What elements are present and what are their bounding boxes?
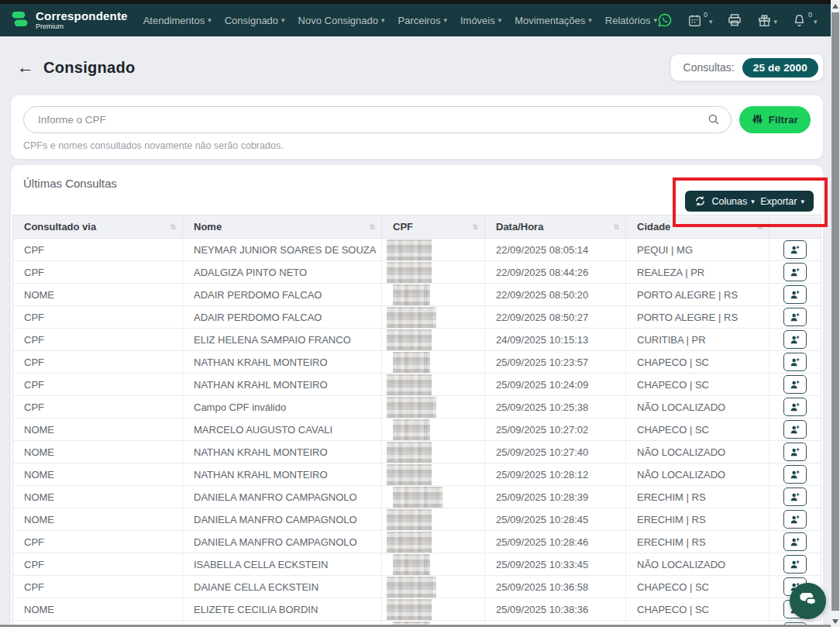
column-header-consultado-via[interactable]: Consultado via⇅ [13, 215, 183, 238]
columns-button[interactable]: Colunas▾ [710, 196, 756, 207]
redacted-cpf-blur [393, 419, 430, 440]
table-row: CPFNATHAN KRAHL MONTEIRO25/09/2025 10:24… [13, 373, 821, 395]
printer-icon[interactable] [727, 12, 742, 28]
column-header-data-hora[interactable]: Data/Hora⇅ [485, 215, 626, 238]
brand-logo[interactable]: Correspondente Premium [11, 10, 128, 31]
redacted-cpf-blur [393, 352, 430, 373]
add-person-button[interactable] [783, 532, 807, 551]
cell-cidade: NÃO LOCALIZADO [626, 463, 769, 485]
add-person-button[interactable] [783, 375, 807, 394]
add-person-button[interactable] [783, 308, 807, 326]
add-person-button[interactable] [783, 285, 807, 304]
table-row: CPFNEYMAR JUNIOR SOARES DE SOUZA22/09/20… [13, 238, 821, 260]
add-person-button[interactable] [783, 263, 807, 281]
back-button[interactable]: ← [17, 59, 34, 76]
cpf-search-input[interactable] [23, 106, 732, 133]
scrollbar[interactable] [831, 0, 840, 627]
redacted-cpf-blur [387, 262, 432, 283]
cell-cidade: NÃO LOCALIZADO [626, 553, 769, 575]
search-card: Filtrar CPFs e nomes consultados novamen… [11, 95, 823, 159]
cell-consultado-via: CPF [13, 396, 183, 418]
cell-consultado-via: CPF [13, 531, 183, 553]
chevron-down-icon: ▾ [281, 16, 285, 24]
cell-cidade: ERECHIM | RS [626, 531, 769, 553]
menu-item-relatorios[interactable]: Relatórios▾ [605, 15, 657, 26]
calendar-icon[interactable]: 0▾ [687, 13, 713, 28]
column-header-nome[interactable]: Nome⇅ [183, 215, 382, 238]
redacted-cpf-blur [393, 554, 430, 575]
chat-button[interactable] [790, 583, 826, 619]
cell-consultado-via: CPF [13, 306, 183, 328]
sort-icon: ⇅ [472, 223, 478, 231]
menu-item-parceiros[interactable]: Parceiros▾ [398, 15, 447, 26]
cell-data-hora: 22/09/2025 08:50:20 [485, 284, 626, 305]
sort-icon: ⇅ [756, 223, 763, 231]
cell-nome: ISABELLA CELLA ECKSTEIN [183, 553, 382, 575]
add-person-button[interactable] [783, 330, 807, 349]
cell-consultado-via: CPF [13, 576, 183, 598]
cell-data-hora: 22/09/2025 08:50:27 [485, 306, 626, 328]
add-person-button[interactable] [783, 420, 807, 439]
sort-icon: ⇅ [369, 223, 375, 231]
cell-cpf [382, 351, 485, 373]
scroll-up-arrow[interactable] [832, 4, 838, 9]
cell-nome: ELIZETE CECILIA BORDIN [183, 598, 382, 620]
brand-subtitle: Premium [36, 23, 128, 30]
cell-cpf [382, 239, 485, 260]
consultas-table: Consultado via⇅ Nome⇅ CPF⇅ Data/Hora⇅ Ci… [12, 215, 821, 627]
sliders-icon [752, 113, 763, 127]
cell-data-hora: 25/09/2025 10:27:02 [485, 419, 626, 440]
add-person-button[interactable] [783, 443, 807, 461]
whatsapp-icon[interactable] [657, 12, 673, 28]
menu-item-atendimentos[interactable]: Atendimentos▾ [143, 15, 212, 26]
cell-consultado-via: NOME [13, 284, 183, 305]
cell-consultado-via: CPF [13, 553, 183, 575]
table-row: CPFADALGIZA PINTO NETO22/09/2025 08:44:2… [13, 260, 821, 283]
cell-nome: DAIANE CELLA ECKSTEIN [183, 576, 382, 598]
export-button[interactable]: Exportar▾ [759, 196, 806, 207]
search-icon[interactable] [707, 112, 721, 129]
gift-icon[interactable]: ▾ [757, 13, 777, 28]
add-person-button[interactable] [783, 353, 807, 371]
cell-cidade: PORTO ALEGRE | RS [626, 306, 769, 328]
chevron-down-icon: ▾ [751, 198, 755, 205]
cell-cpf [382, 306, 485, 328]
bell-icon[interactable]: 0▾ [792, 13, 818, 28]
cell-nome: NEYMAR JUNIOR SOARES DE SOUZA [183, 239, 382, 260]
table-card: Últimas Consultas Colunas▾ Exportar▾ Con… [11, 165, 823, 627]
cell-cidade: NÃO LOCALIZADO [626, 441, 769, 463]
column-header-cpf[interactable]: CPF⇅ [382, 215, 485, 238]
scroll-down-arrow[interactable] [832, 619, 838, 624]
add-person-button[interactable] [783, 487, 807, 506]
add-person-button[interactable] [783, 555, 807, 574]
menu-item-consignado[interactable]: Consignado▾ [225, 15, 285, 26]
cell-data-hora: 24/09/2025 10:15:13 [485, 329, 626, 350]
cell-nome: DANIELA MANFRO CAMPAGNOLO [183, 531, 382, 553]
cell-cidade: CURITIBA | PR [626, 329, 769, 350]
cell-data-hora: 25/09/2025 10:33:45 [485, 553, 626, 575]
table-actions: Colunas▾ Exportar▾ [685, 191, 814, 212]
menu-item-movimentacoes[interactable]: Movimentações▾ [515, 15, 592, 26]
cell-cpf [382, 329, 485, 350]
table-row: CPFDAIANE CELLA ECKSTEIN25/09/2025 10:36… [13, 575, 821, 598]
cell-cidade: CHAPECO | SC [626, 598, 769, 620]
cell-consultado-via: NOME [13, 463, 183, 485]
refresh-button[interactable] [693, 195, 707, 207]
add-person-button[interactable] [783, 465, 807, 484]
cell-cidade: ERECHIM | RS [626, 508, 769, 530]
cell-cidade: PEQUI | MG [626, 239, 769, 260]
add-person-button[interactable] [783, 510, 807, 529]
consultas-label: Consultas: [683, 61, 735, 74]
scrollbar-thumb[interactable] [831, 12, 839, 611]
add-person-button[interactable] [783, 240, 807, 259]
cell-cidade: CHAPECO | SC [626, 374, 769, 395]
column-header-cidade[interactable]: Cidade⇅ [626, 215, 769, 238]
navbar-icons: 0▾ ▾ 0▾ ▾ [657, 12, 840, 28]
menu-item-novo-consignado[interactable]: Novo Consignado▾ [298, 15, 385, 26]
filter-button[interactable]: Filtrar [739, 106, 811, 133]
table-row: CPFELIZ HELENA SAMPAIO FRANCO24/09/2025 … [13, 328, 821, 350]
add-person-button[interactable] [783, 398, 807, 416]
table-body: CPFNEYMAR JUNIOR SOARES DE SOUZA22/09/20… [13, 238, 821, 627]
cell-nome: ADAIR PERDOMO FALCAO [183, 306, 382, 328]
menu-item-imoveis[interactable]: Imóveis▾ [460, 15, 501, 26]
